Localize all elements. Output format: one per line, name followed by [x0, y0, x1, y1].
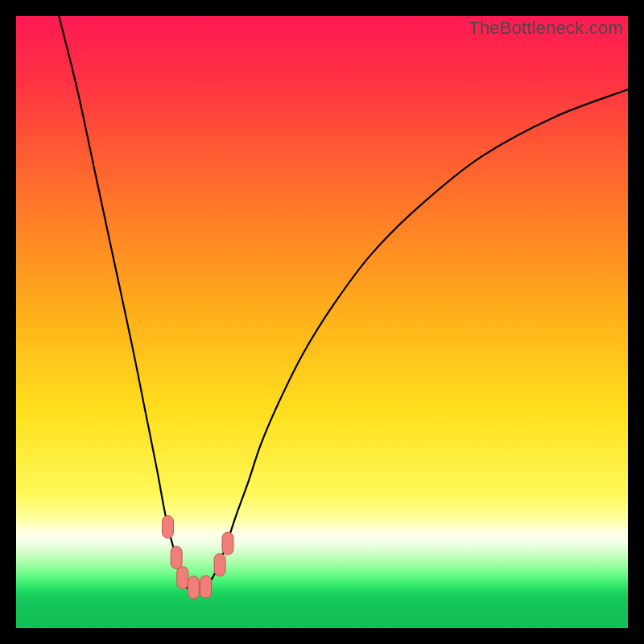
curve-marker	[177, 567, 188, 589]
curve-marker	[162, 516, 173, 539]
chart-frame: TheBottleneck.com	[16, 16, 628, 628]
bottleneck-chart	[16, 16, 628, 628]
curve-marker	[222, 532, 233, 555]
curve-marker	[188, 576, 199, 599]
curve-marker	[171, 547, 182, 569]
watermark-text: TheBottleneck.com	[469, 18, 623, 39]
curve-marker	[200, 576, 212, 598]
curve-marker	[214, 554, 225, 576]
